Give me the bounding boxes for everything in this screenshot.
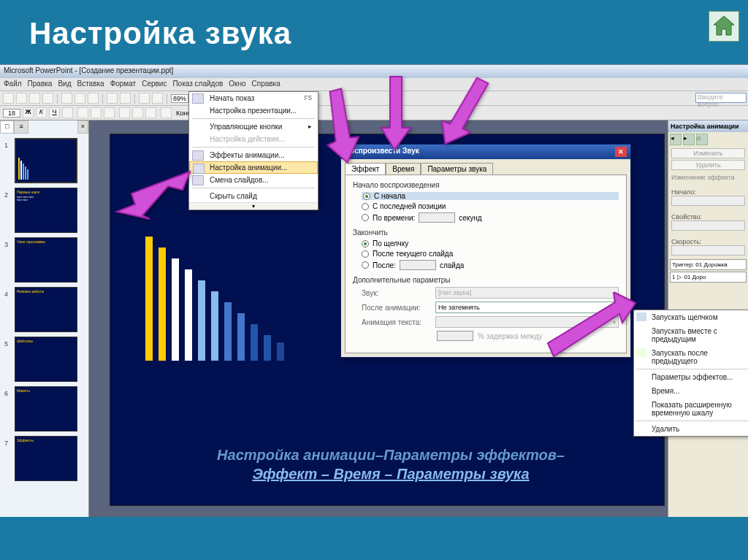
pane-delete[interactable]: Удалить: [671, 160, 745, 170]
slide-thumb-1[interactable]: [15, 138, 77, 183]
radio-by-time[interactable]: По времени:секунд: [362, 212, 619, 223]
pane-title: Настройка анимации: [668, 120, 748, 132]
tb-bullets[interactable]: [119, 107, 130, 118]
tb-redo[interactable]: [120, 93, 131, 104]
tb-chart[interactable]: [152, 93, 163, 104]
radio-on-click[interactable]: По щелчку: [362, 239, 619, 248]
tb-italic[interactable]: К: [36, 107, 47, 118]
pane-speed-label: Скорость:: [671, 238, 745, 245]
ctx-delete[interactable]: Удалить: [634, 422, 748, 436]
tb-open[interactable]: [16, 93, 27, 104]
arrow-pointer-1: [110, 164, 197, 226]
ctx-with-prev[interactable]: Запускать вместе с предыдущим: [634, 324, 748, 346]
dd-hide-slide[interactable]: Скрыть слайд: [189, 190, 318, 202]
grp-start: Начало воспроизведения: [353, 181, 619, 189]
tb-color[interactable]: [161, 107, 172, 118]
grp-extra: Дополнительные параметры: [353, 276, 619, 284]
ctx-on-click[interactable]: Запускать щелчком: [634, 310, 748, 324]
tb-paste[interactable]: [88, 93, 99, 104]
pane-anim-item[interactable]: 1▷01 Доро: [670, 272, 747, 283]
tb-cut[interactable]: [61, 93, 72, 104]
tb-left[interactable]: [77, 107, 88, 118]
menu-format[interactable]: Формат: [110, 80, 137, 89]
menu-file[interactable]: Файл: [4, 80, 22, 89]
dialog-close[interactable]: ✕: [615, 147, 627, 157]
tb-copy[interactable]: [75, 93, 85, 104]
menu-view[interactable]: Вид: [58, 80, 71, 89]
delay-label: % задержка между: [478, 332, 542, 340]
svg-marker-1: [117, 172, 190, 219]
ctx-timing[interactable]: Время...: [634, 384, 748, 398]
slide-bars-graphic: [145, 229, 284, 361]
question-box[interactable]: Введите вопрос: [695, 93, 747, 103]
ctx-after-prev[interactable]: Запускать после предыдущего: [634, 346, 748, 368]
menu-slideshow[interactable]: Показ слайдов: [172, 80, 223, 89]
dd-anim-effects[interactable]: Эффекты анимации...: [189, 149, 318, 161]
home-icon[interactable]: [709, 11, 739, 42]
lbl-after-anim: После анимации:: [362, 304, 431, 312]
slide-thumb-2[interactable]: Первые шагитекст текст тексттекст текст: [15, 188, 77, 233]
menu-window[interactable]: Окно: [229, 80, 245, 89]
svg-marker-3: [381, 77, 411, 150]
slideshow-dropdown: Начать показF5 Настройка презентации... …: [188, 91, 318, 210]
pane-change[interactable]: Изменить: [671, 148, 745, 158]
svg-marker-5: [548, 292, 636, 356]
menu-insert[interactable]: Вставка: [77, 80, 104, 89]
grp-stop: Закончить: [353, 229, 619, 237]
fontsize[interactable]: 18: [3, 109, 20, 118]
tb-shadow[interactable]: [62, 107, 73, 118]
pane-prop-label: Свойство:: [671, 213, 745, 220]
zoom-combo[interactable]: 89%: [171, 94, 188, 103]
slide-title: Настройка звука: [29, 16, 291, 51]
tb-dec[interactable]: [145, 107, 156, 118]
slide-thumb-3[interactable]: Окно программы: [15, 237, 77, 283]
slides-panel: □ ≡ × 1 2Первые шагитекст текст тексттек…: [0, 120, 89, 517]
tab-sound-params[interactable]: Параметры звука: [421, 163, 493, 174]
dd-slide-transition[interactable]: Смена слайдов...: [189, 174, 318, 186]
slide-thumb-4[interactable]: Режимы работы: [15, 287, 77, 332]
arrow-pointer-3: [373, 69, 424, 160]
radio-after-n[interactable]: После:слайда: [362, 260, 619, 270]
radio-from-start[interactable]: С начала: [362, 192, 619, 200]
tab-outline[interactable]: ≡: [14, 120, 28, 134]
tb-save[interactable]: [29, 93, 40, 104]
tb-center[interactable]: [91, 107, 102, 118]
radio-last-position[interactable]: С последней позиции: [362, 202, 619, 210]
ctx-effect-params[interactable]: Параметры эффектов...: [634, 370, 748, 384]
slide-thumb-7[interactable]: Эффекты: [15, 436, 77, 481]
menu-edit[interactable]: Правка: [28, 80, 53, 89]
tb-right[interactable]: [104, 107, 115, 118]
pane-home[interactable]: ⌂: [696, 134, 708, 145]
tb-print[interactable]: [42, 93, 53, 104]
slide-caption: Настройка анимации–Параметры эффектов– Э…: [147, 445, 635, 483]
dd-expand[interactable]: ▾: [189, 202, 318, 210]
pane-section: Изменение эффекта: [668, 172, 748, 183]
tb-underline[interactable]: Ч: [49, 107, 60, 118]
menu-tools[interactable]: Сервис: [142, 80, 167, 89]
tab-thumbnails[interactable]: □: [0, 120, 14, 134]
slide-thumb-6[interactable]: Макеты: [15, 386, 77, 431]
radio-after-current[interactable]: После текущего слайда: [362, 250, 619, 258]
tb-table[interactable]: [139, 93, 150, 104]
dd-custom-animation[interactable]: Настройка анимации...: [189, 161, 318, 174]
dd-action-settings: Настройка действия...: [189, 133, 318, 145]
lbl-sound: Звук:: [362, 289, 431, 297]
tab-time[interactable]: Время: [386, 163, 421, 174]
pane-back[interactable]: ◂: [670, 134, 682, 145]
tb-undo[interactable]: [107, 93, 118, 104]
slide-thumb-5[interactable]: Шаблоны: [15, 337, 77, 382]
pane-fwd[interactable]: ▸: [683, 134, 695, 145]
svg-marker-0: [714, 16, 734, 35]
pane-trigger: Триггер: 01 Дорожка: [670, 259, 747, 270]
panel-close[interactable]: ×: [77, 120, 88, 134]
arrow-pointer-5: [541, 292, 643, 368]
ctx-show-timeline[interactable]: Показать расширенную временную шкалу: [634, 398, 748, 420]
dd-setup-show[interactable]: Настройка презентации...: [189, 104, 318, 117]
lbl-text-anim: Анимация текста:: [362, 318, 431, 326]
tb-new[interactable]: [3, 93, 14, 104]
dd-action-buttons[interactable]: Управляющие кнопки: [189, 120, 318, 133]
menu-help[interactable]: Справка: [252, 80, 280, 89]
tb-inc[interactable]: [132, 107, 143, 118]
svg-marker-2: [314, 88, 364, 166]
tb-bold[interactable]: Ж: [23, 107, 34, 118]
